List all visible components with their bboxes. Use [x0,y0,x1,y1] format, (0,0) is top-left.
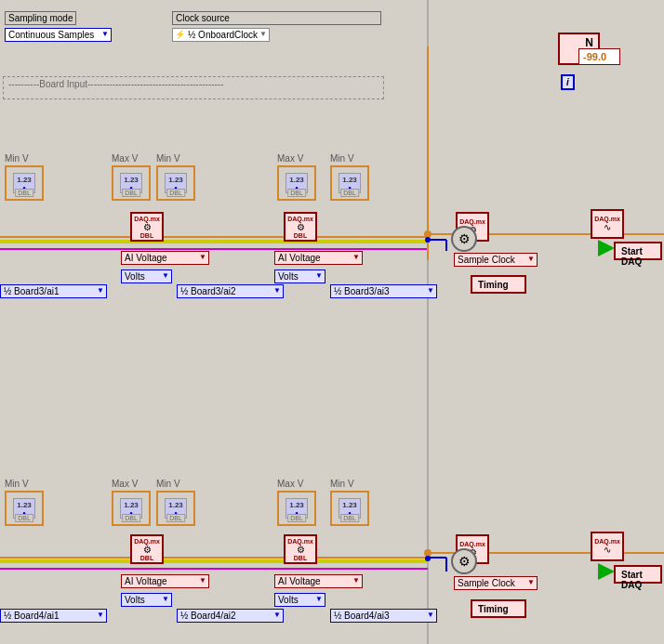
min-v-label-r1c2: Min V [156,153,180,164]
board-ai2-r2[interactable]: ½ Board4/ai2 [177,609,284,623]
ai-voltage-r2c1[interactable]: AI Voltage [121,574,209,588]
sampling-mode-label: Sampling mode [5,11,76,25]
daqmx-block-r2-4[interactable]: DAQ.mx ∿ [591,532,624,561]
i-block: i [561,74,575,90]
num-block-r2-max-c3[interactable]: 1.23 ● DBL [277,491,316,526]
board-ai2-r1[interactable]: ½ Board3/ai2 [177,284,284,298]
daqmx-block-r2-2[interactable]: DAQ.mx ⚙ DBL [284,534,317,564]
num-block-r2-max-c1[interactable]: 1.23 ● DBL [112,491,151,526]
sample-clock-r1[interactable]: Sample Clock [454,253,538,267]
min-v-label-r1c1: Min V [5,153,29,164]
daqmx-block-r1-1[interactable]: DAQ.mx ⚙ DBL [130,212,164,242]
timing-block-r1[interactable]: Timing [471,275,526,294]
min-v-label-r2c1: Min V [5,479,29,489]
min-v-label-r2c2: Min V [156,479,180,489]
sampling-mode-dropdown[interactable]: Continuous Samples [5,28,112,42]
sample-clock-r2[interactable]: Sample Clock [454,576,538,590]
daqmx-block-r1-4[interactable]: DAQ.mx ∿ [591,209,624,239]
volts-r2c1[interactable]: Volts [121,593,172,607]
board-input-box: ----------Board Input-------------------… [3,76,384,99]
board-ai3-r1[interactable]: ½ Board3/ai3 [330,284,437,298]
min-v-label-r2c3: Min V [330,479,354,489]
play-button-r2[interactable] [598,563,615,580]
num-block-r1-min-c3[interactable]: 1.23 ● DBL [330,165,369,201]
max-v-label-r1c1: Max V [112,153,138,164]
daqmx-block-r1-2[interactable]: DAQ.mx ⚙ DBL [284,212,317,242]
conn-dot-blue-r2 [425,556,431,561]
start-daq-r1[interactable]: Start DAQ [614,242,662,260]
volts-r2c2[interactable]: Volts [274,593,325,607]
num-block-r2-min-c2[interactable]: 1.23 ● DBL [156,491,195,526]
clock-source-label-box: Clock source [172,11,381,25]
num-block-r1-min-c2[interactable]: 1.23 ● DBL [156,165,195,201]
board-ai3-r2[interactable]: ½ Board4/ai3 [330,609,437,623]
num-block-r1c1[interactable]: 1.23 ● DBL [5,165,44,201]
board-ai1-r1[interactable]: ½ Board3/ai1 [0,284,107,298]
ai-voltage-r1c1[interactable]: AI Voltage [121,251,209,265]
daqmx-block-r2-1[interactable]: DAQ.mx ⚙ DBL [130,534,164,564]
volts-r1c1[interactable]: Volts [121,269,172,283]
gear-circle-r2[interactable]: ⚙ [451,548,477,574]
num-block-r2c1[interactable]: 1.23 ● DBL [5,491,44,526]
start-daq-r2[interactable]: Start DAQ [614,565,662,584]
board-ai1-r2[interactable]: ½ Board4/ai1 [0,609,107,623]
max-v-label-r1c3: Max V [277,153,303,164]
ai-voltage-r1c2[interactable]: AI Voltage [274,251,363,265]
value-display: -99.0 [578,48,620,65]
volts-r1c2[interactable]: Volts [274,269,325,283]
ai-voltage-r2c2[interactable]: AI Voltage [274,574,363,588]
timing-block-r2[interactable]: Timing [471,599,526,618]
num-block-r1-max-c3[interactable]: 1.23 ● DBL [277,165,316,201]
gear-circle-r1[interactable]: ⚙ [451,226,477,252]
max-v-label-r2c3: Max V [277,479,303,489]
min-v-label-r1c3: Min V [330,153,354,164]
conn-dot-blue-r1 [425,237,431,243]
clock-source-dropdown[interactable]: ½ OnboardClock [172,28,270,42]
max-v-label-r2c1: Max V [112,479,138,489]
play-button-r1[interactable] [598,240,615,256]
num-block-r2-min-c3[interactable]: 1.23 ● DBL [330,491,369,526]
num-block-r1-max-c1[interactable]: 1.23 ● DBL [112,165,151,201]
